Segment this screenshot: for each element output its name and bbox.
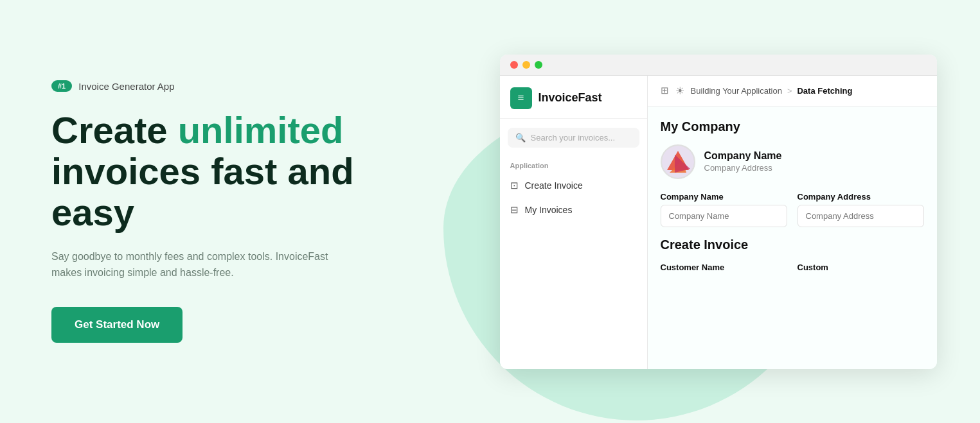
badge-number: #1 bbox=[51, 80, 72, 92]
sidebar-toggle-icon[interactable]: ⊞ bbox=[661, 85, 669, 96]
customer-name-label: Customer Name bbox=[661, 263, 787, 272]
company-address-group: Company Address bbox=[797, 192, 924, 227]
sidebar-header: ≡ InvoiceFast bbox=[500, 76, 647, 119]
headline-highlight: unlimited bbox=[178, 109, 344, 151]
company-avatar bbox=[661, 144, 695, 179]
app-logo-icon: ≡ bbox=[518, 92, 524, 105]
sidebar-search[interactable]: 🔍 Search your invoices... bbox=[508, 128, 639, 148]
traffic-light-red[interactable] bbox=[510, 61, 518, 69]
main-topbar: ⊞ ☀ Building Your Application > Data Fet… bbox=[648, 76, 937, 107]
traffic-light-green[interactable] bbox=[535, 61, 542, 69]
create-invoice-title: Create Invoice bbox=[661, 237, 924, 252]
badge-label: Invoice Generator App bbox=[78, 81, 174, 92]
headline-part1: Create bbox=[51, 109, 178, 151]
subtext: Say goodbye to monthly fees and complex … bbox=[51, 248, 360, 281]
sidebar-item-my-invoices[interactable]: ⊟ My Invoices bbox=[500, 198, 647, 222]
customer-other-group: Custom bbox=[797, 263, 924, 272]
window-titlebar bbox=[500, 55, 937, 76]
badge-row: #1 Invoice Generator App bbox=[51, 80, 431, 92]
sidebar-item-create-invoice[interactable]: ⊡ Create Invoice bbox=[500, 173, 647, 198]
company-address-label: Company Address bbox=[797, 192, 924, 202]
sidebar-section-label: Application bbox=[500, 157, 647, 173]
get-started-button[interactable]: Get Started Now bbox=[51, 307, 183, 343]
main-scroll: My Company bbox=[648, 107, 937, 369]
create-invoice-icon: ⊡ bbox=[510, 180, 519, 191]
company-address-input[interactable] bbox=[797, 205, 924, 227]
breadcrumb: Building Your Application > Data Fetchin… bbox=[691, 86, 853, 96]
page-wrapper: #1 Invoice Generator App Create unlimite… bbox=[0, 0, 980, 423]
sidebar: ≡ InvoiceFast 🔍 Search your invoices... … bbox=[500, 76, 648, 369]
customer-other-label: Custom bbox=[797, 263, 924, 272]
company-info-address: Company Address bbox=[704, 163, 782, 173]
customer-row: Customer Name Custom bbox=[661, 263, 924, 272]
customer-name-group: Customer Name bbox=[661, 263, 787, 272]
search-icon: 🔍 bbox=[515, 133, 526, 142]
company-info-name: Company Name bbox=[704, 150, 782, 162]
company-name-label: Company Name bbox=[661, 192, 787, 202]
company-profile-info: Company Name Company Address bbox=[704, 150, 782, 173]
app-window: ≡ InvoiceFast 🔍 Search your invoices... … bbox=[500, 55, 937, 369]
company-name-input[interactable] bbox=[661, 205, 787, 227]
sidebar-my-invoices-label: My Invoices bbox=[525, 205, 573, 215]
search-placeholder-text: Search your invoices... bbox=[531, 133, 616, 142]
headline: Create unlimited invoices fast andeasy bbox=[51, 110, 431, 232]
traffic-light-yellow[interactable] bbox=[522, 61, 530, 69]
right-section: ≡ InvoiceFast 🔍 Search your invoices... … bbox=[482, 55, 980, 369]
settings-icon[interactable]: ☀ bbox=[675, 85, 684, 97]
main-content: ⊞ ☀ Building Your Application > Data Fet… bbox=[648, 76, 937, 369]
company-name-group: Company Name bbox=[661, 192, 787, 227]
app-title: InvoiceFast bbox=[539, 91, 602, 105]
app-body: ≡ InvoiceFast 🔍 Search your invoices... … bbox=[500, 76, 937, 369]
breadcrumb-part1: Building Your Application bbox=[691, 86, 782, 96]
my-company-title: My Company bbox=[661, 119, 924, 134]
sidebar-create-invoice-label: Create Invoice bbox=[525, 180, 583, 191]
company-form-row: Company Name Company Address bbox=[661, 192, 924, 227]
company-logo-svg bbox=[662, 146, 694, 178]
breadcrumb-chevron-icon: > bbox=[787, 86, 792, 96]
company-profile-row: Company Name Company Address bbox=[661, 144, 924, 179]
left-section: #1 Invoice Generator App Create unlimite… bbox=[0, 42, 482, 381]
my-invoices-icon: ⊟ bbox=[510, 204, 519, 216]
breadcrumb-active: Data Fetching bbox=[797, 86, 852, 96]
create-invoice-section: Create Invoice Customer Name Custom bbox=[661, 237, 924, 272]
app-logo: ≡ bbox=[510, 87, 532, 109]
